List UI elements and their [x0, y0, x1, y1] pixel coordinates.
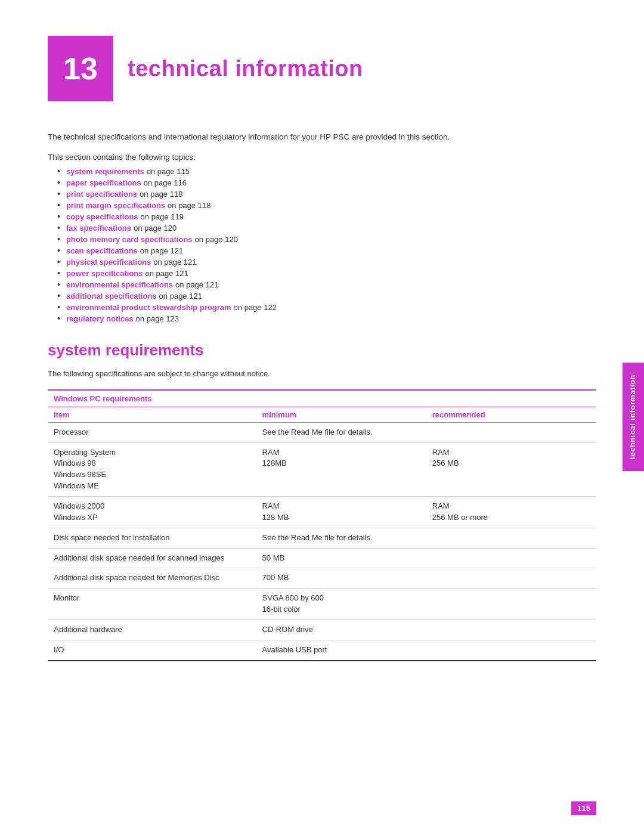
list-item: paper specifications on page 116	[57, 178, 596, 187]
page-ref: on page 120	[195, 235, 238, 244]
cell-item: Additional hardware	[48, 620, 256, 640]
cell-recommended	[426, 568, 596, 589]
page-ref: on page 121	[145, 269, 188, 278]
list-item: regulatory notices on page 123	[57, 314, 596, 323]
table-row: MonitorSVGA 800 by 60016-bit color	[48, 589, 596, 620]
table-row: Disk space needed for installationSee th…	[48, 528, 596, 548]
list-item: environmental specifications on page 121	[57, 280, 596, 289]
chapter-title: technical information	[128, 56, 363, 82]
topics-list: system requirements on page 115 paper sp…	[48, 166, 596, 323]
cell-minimum: RAM128 MB	[256, 496, 426, 528]
page-ref: on page 115	[147, 167, 190, 176]
list-item: scan specifications on page 121	[57, 246, 596, 255]
list-item: fax specifications on page 120	[57, 223, 596, 233]
topic-link[interactable]: scan specifications	[66, 246, 138, 255]
section-intro: The following specifications are subject…	[48, 368, 596, 380]
side-tab: technical information	[623, 362, 644, 470]
list-item: physical specifications on page 121	[57, 257, 596, 267]
cell-item: Operating SystemWindows 98Windows 98SEWi…	[48, 442, 256, 496]
topic-link[interactable]: paper specifications	[66, 178, 141, 187]
chapter-header: 13 technical information	[48, 36, 596, 101]
topic-link[interactable]: additional specifications	[66, 292, 157, 301]
cell-recommended: RAM256 MB or more	[426, 496, 596, 528]
cell-minimum: See the Read Me file for details.	[256, 422, 426, 442]
cell-recommended	[426, 528, 596, 548]
cell-recommended	[426, 640, 596, 660]
topic-link[interactable]: print specifications	[66, 190, 137, 199]
list-item: print margin specifications on page 118	[57, 200, 596, 210]
cell-minimum: Available USB port	[256, 640, 426, 660]
list-item: copy specifications on page 119	[57, 212, 596, 221]
section-heading-system-requirements: system requirements	[48, 341, 596, 360]
page-number: 115	[571, 801, 596, 815]
cell-item: Additional disk space needed for scanned…	[48, 548, 256, 568]
intro-paragraph: The technical specifications and interna…	[48, 131, 465, 143]
cell-item: Processor	[48, 422, 256, 442]
page-ref: on page 123	[136, 314, 179, 323]
cell-recommended	[426, 589, 596, 620]
cell-recommended	[426, 548, 596, 568]
topic-link[interactable]: environmental specifications	[66, 280, 173, 289]
page-ref: on page 120	[134, 224, 177, 233]
topic-link[interactable]: photo memory card specifications	[66, 235, 193, 244]
table-row: Windows 2000Windows XPRAM128 MBRAM256 MB…	[48, 496, 596, 528]
cell-item: Windows 2000Windows XP	[48, 496, 256, 528]
topic-link[interactable]: regulatory notices	[66, 314, 134, 323]
cell-item: I/O	[48, 640, 256, 660]
list-item: photo memory card specifications on page…	[57, 234, 596, 244]
requirements-table: Windows PC requirements item minimum rec…	[48, 389, 596, 661]
table-row: Additional hardwareCD-ROM drive	[48, 620, 596, 640]
col-header-item: item	[48, 407, 256, 422]
list-item: system requirements on page 115	[57, 166, 596, 176]
table-row: I/OAvailable USB port	[48, 640, 596, 660]
topic-link[interactable]: fax specifications	[66, 224, 131, 233]
cell-item: Monitor	[48, 589, 256, 620]
chapter-number: 13	[48, 36, 113, 101]
table-row: ProcessorSee the Read Me file for detail…	[48, 422, 596, 442]
list-item: additional specifications on page 121	[57, 291, 596, 301]
topic-link[interactable]: system requirements	[66, 167, 144, 176]
topic-link[interactable]: power specifications	[66, 269, 143, 278]
topic-link[interactable]: print margin specifications	[66, 201, 165, 210]
page-ref: on page 118	[168, 201, 210, 210]
col-header-minimum: minimum	[256, 407, 426, 422]
table-section-header: Windows PC requirements	[48, 390, 596, 407]
page-ref: on page 121	[153, 258, 196, 267]
cell-recommended	[426, 422, 596, 442]
cell-minimum: 700 MB	[256, 568, 426, 589]
topics-heading: This section contains the following topi…	[48, 153, 596, 162]
cell-minimum: See the Read Me file for details.	[256, 528, 426, 548]
cell-minimum: SVGA 800 by 60016-bit color	[256, 589, 426, 620]
topic-link[interactable]: environmental product stewardship progra…	[66, 303, 231, 312]
table-column-header-row: item minimum recommended	[48, 407, 596, 422]
cell-item: Additional disk space needed for Memorie…	[48, 568, 256, 589]
topic-link[interactable]: copy specifications	[66, 212, 138, 221]
page-ref: on page 122	[234, 303, 277, 312]
list-item: print specifications on page 118	[57, 189, 596, 199]
cell-item: Disk space needed for installation	[48, 528, 256, 548]
page-ref: on page 118	[140, 190, 182, 199]
table-row: Additional disk space needed for Memorie…	[48, 568, 596, 589]
page-ref: on page 119	[141, 212, 184, 221]
cell-recommended	[426, 620, 596, 640]
page-ref: on page 121	[159, 292, 202, 301]
page-ref: on page 116	[144, 178, 187, 187]
table-row: Additional disk space needed for scanned…	[48, 548, 596, 568]
page-ref: on page 121	[140, 246, 183, 255]
page-ref: on page 121	[175, 280, 218, 289]
cell-minimum: CD-ROM drive	[256, 620, 426, 640]
page-container: 13 technical information The technical s…	[0, 0, 644, 833]
cell-minimum: RAM128MB	[256, 442, 426, 496]
col-header-recommended: recommended	[426, 407, 596, 422]
cell-recommended: RAM256 MB	[426, 442, 596, 496]
table-row: Operating SystemWindows 98Windows 98SEWi…	[48, 442, 596, 496]
topic-link[interactable]: physical specifications	[66, 258, 151, 267]
list-item: environmental product stewardship progra…	[57, 302, 596, 312]
list-item: power specifications on page 121	[57, 268, 596, 278]
cell-minimum: 50 MB	[256, 548, 426, 568]
table-section-header-row: Windows PC requirements	[48, 390, 596, 407]
